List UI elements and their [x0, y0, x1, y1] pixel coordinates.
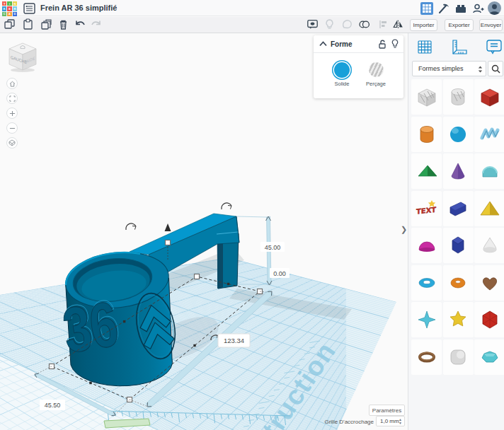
shape-tile-pyramid-yellow[interactable]	[474, 191, 504, 226]
hole-option-label: Perçage	[362, 81, 390, 87]
3d-viewport[interactable]: truction	[0, 33, 408, 430]
import-button[interactable]: Importer	[410, 19, 437, 31]
view-cube[interactable]: GAUCHE GAUCHE	[6, 40, 40, 74]
shape-tile-roof-teal[interactable]	[474, 153, 504, 189]
shape-tile-cylinder-hole[interactable]	[443, 79, 474, 115]
handle-corner-top[interactable]	[195, 274, 200, 279]
duplicate-icon[interactable]	[40, 18, 52, 30]
add-user-icon[interactable]	[471, 2, 484, 15]
shape-tile-wedge-green[interactable]	[411, 153, 442, 189]
logo-tile: A	[7, 12, 11, 16]
select-arrows-icon	[478, 65, 483, 74]
cylinder-hole-icon	[445, 84, 471, 110]
pyramid-yellow-icon	[477, 196, 503, 221]
delete-icon[interactable]	[57, 18, 69, 30]
workplane-tool-icon[interactable]	[416, 38, 435, 57]
logo-tile: E	[7, 6, 11, 11]
solid-option-label: Solide	[328, 81, 356, 87]
perspective-button[interactable]	[6, 137, 18, 149]
shape-tile-scribble-blue[interactable]	[474, 117, 504, 152]
shape-tile-sphere-blue[interactable]	[443, 117, 474, 152]
search-button[interactable]	[488, 61, 503, 76]
shape-tile-hexprism-navy[interactable]	[443, 228, 474, 263]
notes-icon[interactable]	[307, 18, 319, 30]
collapse-panel-icon[interactable]	[319, 41, 327, 47]
shape-tile-star5-yellow[interactable]	[443, 302, 474, 337]
shape-tile-box-red[interactable]	[474, 79, 504, 115]
paste-icon[interactable]	[22, 18, 34, 30]
toolbar: Importer Exporter Envoyer	[0, 17, 504, 33]
mirror-icon[interactable]	[392, 18, 404, 30]
torus-cyan-icon	[414, 270, 440, 296]
fit-view-button[interactable]	[6, 93, 18, 104]
shape-tile-torus-cyan[interactable]	[411, 265, 442, 301]
shape-tile-die-silver[interactable]	[443, 339, 474, 375]
star4-cyan-icon	[414, 307, 440, 332]
cylinder-orange-icon	[414, 122, 440, 147]
dashboard-grid-button[interactable]	[420, 2, 433, 15]
freeform-icon[interactable]	[341, 18, 353, 30]
snap-grid-select[interactable]: 1,0 mm▲▼	[376, 416, 405, 426]
shape-tile-gem-teal[interactable]	[474, 339, 504, 375]
avatar[interactable]	[488, 1, 501, 15]
copy-icon[interactable]	[4, 18, 16, 30]
shape-tile-text-red[interactable]: TEXT	[411, 191, 442, 226]
dome-magenta-icon	[414, 233, 440, 258]
redo-icon[interactable]	[90, 18, 102, 30]
paraboloid-white-icon	[477, 233, 503, 258]
group-icon[interactable]	[358, 18, 370, 30]
solid-option[interactable]	[334, 62, 350, 78]
pickaxe-icon[interactable]	[437, 2, 450, 15]
visibility-bulb-icon[interactable]	[391, 39, 399, 49]
brick-icon[interactable]	[454, 2, 467, 15]
settings-button[interactable]: Paramètres	[369, 405, 405, 416]
shape-tile-heart-brown[interactable]	[474, 265, 504, 301]
mug-engraving-36: 36 36	[58, 286, 123, 366]
shape-tile-cylinder-orange[interactable]	[411, 117, 442, 152]
sphere-blue-icon	[445, 122, 471, 147]
bulb-icon[interactable]	[323, 18, 336, 30]
export-button[interactable]: Exporter	[445, 19, 474, 31]
ruler-tool-icon[interactable]	[450, 38, 469, 57]
shape-tile-dome-magenta[interactable]	[411, 228, 442, 263]
category-select[interactable]: Formes simples	[412, 61, 486, 76]
star5-yellow-icon	[445, 307, 471, 332]
shape-tile-slab-navy[interactable]	[443, 191, 474, 226]
text-red-icon: TEXT	[414, 196, 440, 221]
cone-handle[interactable]	[165, 223, 171, 231]
undo-icon[interactable]	[74, 18, 86, 30]
dim-width-label[interactable]: 45.50	[45, 402, 61, 409]
send-button[interactable]: Envoyer	[479, 19, 503, 31]
menu-icon[interactable]	[23, 3, 35, 14]
document-title: Frein AR 36 simplifié	[40, 4, 117, 12]
handle-top-z[interactable]	[166, 240, 171, 245]
hole-option[interactable]	[369, 62, 384, 77]
home-view-button[interactable]	[6, 78, 18, 89]
lock-icon[interactable]	[378, 40, 386, 49]
shape-tile-ring-brown[interactable]	[411, 339, 442, 375]
snap-spinner-icon[interactable]: ▲▼	[399, 418, 402, 425]
notes-tool-icon[interactable]	[485, 38, 503, 57]
shape-tile-star4-cyan[interactable]	[411, 302, 442, 337]
tinkercad-logo[interactable]: TINKERCAD	[2, 1, 17, 16]
logo-tile: I	[7, 1, 11, 6]
dim-zero-label: 0.00	[273, 270, 286, 277]
shape-tile-cone-violet[interactable]	[443, 153, 474, 189]
shape-tile-icosa-red[interactable]	[474, 302, 504, 337]
dim-length-label[interactable]: 123.34	[224, 337, 244, 344]
box-hole-icon	[414, 84, 440, 110]
die-silver-icon	[445, 344, 471, 370]
logo-tile: K	[2, 6, 6, 11]
shape-tile-torus-orange[interactable]	[443, 265, 474, 301]
gem-teal-icon	[477, 344, 503, 370]
shape-tile-box-hole[interactable]	[411, 79, 442, 115]
align-icon[interactable]	[378, 18, 390, 30]
dim-height-label: 45.00	[265, 244, 281, 251]
sidebar-collapse-chevron[interactable]: ❯	[401, 225, 407, 234]
shape-tile-paraboloid-white[interactable]	[474, 228, 504, 263]
zoom-in-button[interactable]	[6, 108, 18, 119]
shape-inspector-panel: Forme Solide Perçage	[314, 35, 403, 98]
snap-grid-value: 1,0 mm	[380, 418, 399, 424]
zoom-out-button[interactable]	[6, 122, 18, 134]
roof-teal-icon	[477, 158, 503, 184]
